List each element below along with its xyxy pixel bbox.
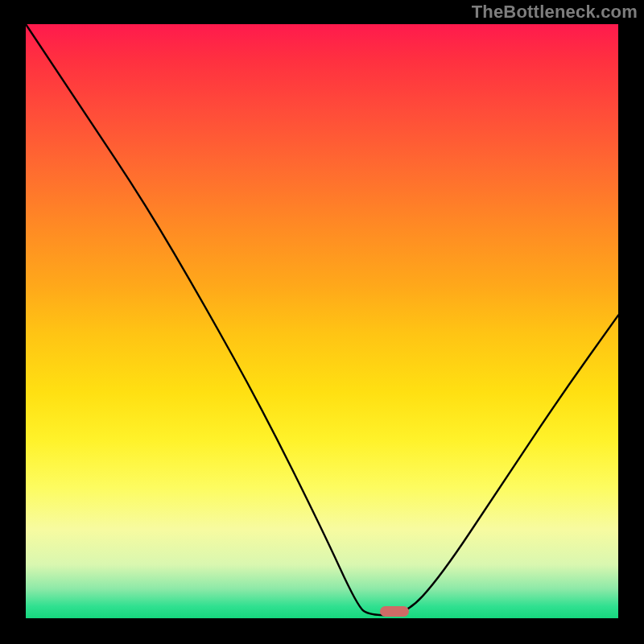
bottleneck-curve	[26, 24, 618, 618]
chart-frame: TheBottleneck.com	[0, 0, 644, 644]
watermark-text: TheBottleneck.com	[472, 2, 638, 23]
minimum-marker	[380, 606, 409, 617]
plot-area	[26, 24, 618, 618]
